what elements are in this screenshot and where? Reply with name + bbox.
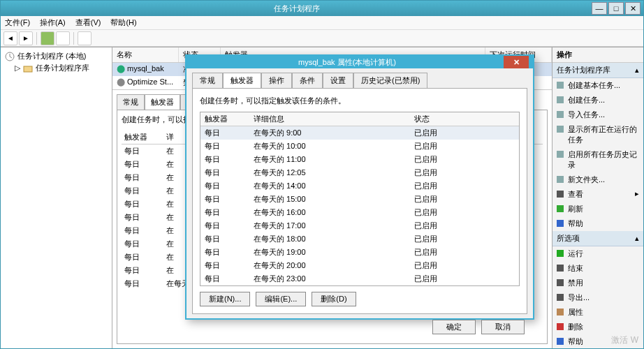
action-icon <box>555 292 565 302</box>
dialog-tab[interactable]: 触发器 <box>223 73 261 88</box>
menu-help[interactable]: 帮助(H) <box>110 17 136 28</box>
menu-view[interactable]: 查看(V) <box>75 17 101 28</box>
trigger-row[interactable]: 每日在每天的 14:00已启用 <box>200 179 519 193</box>
actions-pane: 操作 任务计划程序库 ▴ 创建基本任务...创建任务...导入任务...显示所有… <box>552 47 643 348</box>
detail-col-trigger[interactable]: 触发器 <box>122 131 163 144</box>
trigger-row[interactable]: 每日在每天的 10:00已启用 <box>200 140 519 153</box>
cancel-button[interactable]: 取消 <box>481 320 525 334</box>
tree-root[interactable]: 任务计划程序 (本地) <box>3 50 109 62</box>
trigger-row[interactable]: 每日在每天的 18:00已启用 <box>200 232 519 246</box>
action-item[interactable]: 创建基本任务... <box>552 78 643 93</box>
action-icon <box>555 218 565 228</box>
dialog-tab[interactable]: 常规 <box>192 73 223 88</box>
tree-pane: 任务计划程序 (本地) ▷ 任务计划程序库 <box>1 47 112 348</box>
action-item[interactable]: 导出... <box>552 290 643 305</box>
svg-rect-11 <box>557 250 564 257</box>
clock-icon <box>5 52 15 61</box>
folder-icon <box>23 64 33 73</box>
forward-button[interactable]: ► <box>19 31 33 45</box>
new-trigger-button[interactable]: 新建(N)... <box>200 292 250 306</box>
svg-rect-12 <box>557 265 564 272</box>
action-icon <box>555 149 565 159</box>
maximize-button[interactable]: □ <box>608 2 624 15</box>
svg-rect-8 <box>557 191 564 198</box>
ok-button[interactable]: 确定 <box>432 320 476 334</box>
dlg-col-detail[interactable]: 详细信息 <box>249 112 410 126</box>
col-name[interactable]: 名称 <box>112 47 179 62</box>
trigger-row[interactable]: 每日在每天的 11:00已启用 <box>200 153 519 166</box>
dlg-col-trigger[interactable]: 触发器 <box>200 112 249 126</box>
svg-rect-7 <box>557 176 564 183</box>
detail-tab[interactable]: 触发器 <box>145 94 180 110</box>
toolbar: ◄ ► <box>1 30 643 47</box>
collapse-icon: ▴ <box>635 66 639 75</box>
watermark: 激活 W <box>611 334 638 346</box>
action-item[interactable]: 结束 <box>552 261 643 276</box>
trigger-row[interactable]: 每日在每天的 9:00已启用 <box>200 126 519 140</box>
trigger-row[interactable]: 每日在每天的 17:00已启用 <box>200 219 519 232</box>
dialog-titlebar[interactable]: mysql_bak 属性(本地计算机) ✕ <box>186 56 533 68</box>
action-icon <box>555 174 565 184</box>
action-icon <box>555 307 565 317</box>
window-title: 任务计划程序 <box>3 3 590 14</box>
dialog-tab[interactable]: 设置 <box>323 73 353 88</box>
minimize-button[interactable]: — <box>592 2 607 15</box>
trigger-row[interactable]: 每日在每天的 12:05已启用 <box>200 166 519 179</box>
dialog-tabs: 常规触发器操作条件设置历史记录(已禁用) <box>186 68 533 88</box>
action-icon <box>555 336 565 346</box>
delete-trigger-button[interactable]: 删除(D) <box>312 292 356 306</box>
trigger-row[interactable]: 每日在每天的 20:00已启用 <box>200 259 519 272</box>
properties-dialog: mysql_bak 属性(本地计算机) ✕ 常规触发器操作条件设置历史记录(已禁… <box>185 54 534 320</box>
action-item[interactable]: 属性 <box>552 305 643 320</box>
expand-icon: ▷ <box>15 64 20 73</box>
action-item[interactable]: 查看▸ <box>552 187 643 202</box>
trigger-row[interactable]: 每日在每天的 23:00已启用 <box>200 272 519 285</box>
dialog-close-button[interactable]: ✕ <box>504 56 529 68</box>
action-icon <box>555 248 565 258</box>
svg-rect-9 <box>557 205 564 212</box>
svg-rect-14 <box>557 294 564 301</box>
action-icon <box>555 263 565 273</box>
action-item[interactable]: 创建任务... <box>552 93 643 107</box>
action-item[interactable]: 导入任务... <box>552 107 643 122</box>
trigger-row[interactable]: 每日在每天的 19:00已启用 <box>200 246 519 259</box>
action-item[interactable]: 新文件夹... <box>552 172 643 187</box>
action-item[interactable]: 启用所有任务历史记录 <box>552 147 643 172</box>
menu-file[interactable]: 文件(F) <box>5 17 30 28</box>
tree-library[interactable]: ▷ 任务计划程序库 <box>13 62 109 74</box>
trigger-row[interactable]: 每日在每天的 15:00已启用 <box>200 193 519 206</box>
svg-rect-1 <box>24 66 32 72</box>
dialog-tab[interactable]: 条件 <box>292 73 323 88</box>
tb-btn-1[interactable] <box>41 31 54 45</box>
tb-btn-2[interactable] <box>56 31 70 45</box>
menubar: 文件(F) 操作(A) 查看(V) 帮助(H) <box>1 16 643 30</box>
action-item[interactable]: 刷新 <box>552 202 643 216</box>
edit-trigger-button[interactable]: 编辑(E)... <box>256 292 306 306</box>
actions-title: 操作 <box>552 47 643 63</box>
dialog-tab[interactable]: 操作 <box>261 73 292 88</box>
svg-rect-13 <box>557 279 564 286</box>
back-button[interactable]: ◄ <box>3 31 17 45</box>
titlebar: 任务计划程序 — □ ✕ <box>1 1 643 16</box>
actions-group-selected[interactable]: 所选项 ▴ <box>552 231 643 246</box>
action-item[interactable]: 帮助 <box>552 216 643 231</box>
action-icon <box>555 189 565 199</box>
detail-tab[interactable]: 常规 <box>117 94 145 110</box>
action-item[interactable]: 禁用 <box>552 276 643 290</box>
dialog-help-text: 创建任务时，可以指定触发该任务的条件。 <box>200 96 520 106</box>
close-button[interactable]: ✕ <box>625 2 641 15</box>
trigger-row[interactable]: 每日在每天的 16:00已启用 <box>200 206 519 219</box>
action-item[interactable]: 运行 <box>552 246 643 261</box>
actions-group-library[interactable]: 任务计划程序库 ▴ <box>552 63 643 78</box>
dialog-tab[interactable]: 历史记录(已禁用) <box>353 73 427 88</box>
action-item[interactable]: 删除 <box>552 320 643 334</box>
action-icon <box>555 95 565 105</box>
svg-rect-2 <box>557 82 564 89</box>
svg-rect-16 <box>557 323 564 330</box>
dlg-col-status[interactable]: 状态 <box>410 112 519 126</box>
tb-btn-3[interactable] <box>78 31 92 45</box>
menu-action[interactable]: 操作(A) <box>40 17 66 28</box>
action-item[interactable]: 显示所有正在运行的任务 <box>552 122 643 147</box>
svg-rect-15 <box>557 309 564 315</box>
svg-rect-4 <box>557 111 564 118</box>
